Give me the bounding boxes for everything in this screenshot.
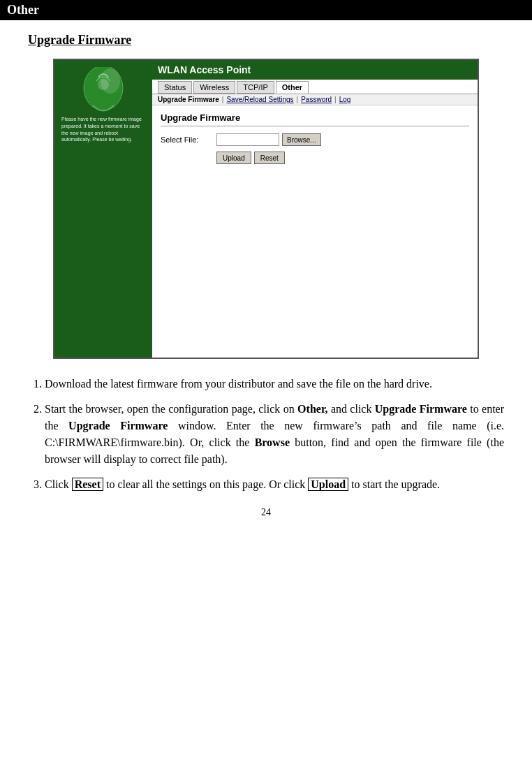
tab-tcpip[interactable]: TCP/IP — [237, 81, 274, 94]
inner-panel: WLAN Access Point Status Wireless TCP/IP… — [152, 60, 478, 358]
screenshot-box: Please have the new firmware image prepa… — [53, 59, 479, 359]
instruction-1: Download the latest firmware from your d… — [45, 376, 504, 392]
bold-upgrade-firmware-1: Upgrade Firmware — [375, 403, 467, 415]
submenu-password[interactable]: Password — [301, 96, 332, 103]
wlan-logo — [79, 67, 128, 116]
wlan-title: WLAN Access Point — [158, 61, 251, 78]
sidebar-warning-text: Please have the new firmware image prepa… — [61, 116, 145, 143]
panel-title: Upgrade Firmware — [161, 112, 469, 126]
instruction-2: Start the browser, open the configuratio… — [45, 401, 504, 468]
svg-point-2 — [98, 79, 109, 90]
reset-boxed: Reset — [72, 478, 103, 491]
upload-button[interactable]: Upload — [216, 152, 251, 164]
submenu-row: Upgrade Firmware | Save/Reload Settings … — [152, 94, 478, 105]
header-title: Other — [7, 3, 39, 17]
select-file-label: Select File: — [161, 135, 216, 144]
file-input[interactable] — [216, 133, 279, 146]
bold-upgrade-firmware-2: Upgrade Firmware — [68, 420, 168, 432]
submenu-upgrade-firmware[interactable]: Upgrade Firmware — [158, 96, 219, 103]
section-title: Upgrade Firmware — [28, 33, 504, 47]
submenu-save-reload[interactable]: Save/Reload Settings — [226, 96, 293, 103]
page-number: 24 — [28, 507, 504, 518]
instructions-list: Download the latest firmware from your d… — [45, 376, 504, 493]
panel-body: Upgrade Firmware Select File: Browse... … — [152, 105, 478, 177]
page-header: Other — [0, 0, 532, 20]
instruction-3: Click Reset to clear all the settings on… — [45, 476, 504, 493]
tab-status[interactable]: Status — [158, 81, 192, 94]
upload-boxed: Upload — [308, 478, 348, 491]
tabs-row: Status Wireless TCP/IP Other — [152, 80, 478, 94]
action-buttons-row: Upload Reset — [161, 152, 469, 164]
left-sidebar: Please have the new firmware image prepa… — [54, 60, 152, 358]
page-content: Upgrade Firmware Please have the new fir… — [0, 33, 532, 518]
select-file-row: Select File: Browse... — [161, 133, 469, 146]
browse-button[interactable]: Browse... — [282, 133, 321, 146]
tab-other[interactable]: Other — [276, 81, 309, 94]
bold-browse: Browse — [255, 436, 290, 448]
nav-bar: WLAN Access Point — [152, 60, 478, 80]
tab-wireless[interactable]: Wireless — [193, 81, 235, 94]
bold-other: Other, — [297, 403, 327, 415]
submenu-log[interactable]: Log — [339, 96, 351, 103]
reset-button[interactable]: Reset — [254, 152, 285, 164]
